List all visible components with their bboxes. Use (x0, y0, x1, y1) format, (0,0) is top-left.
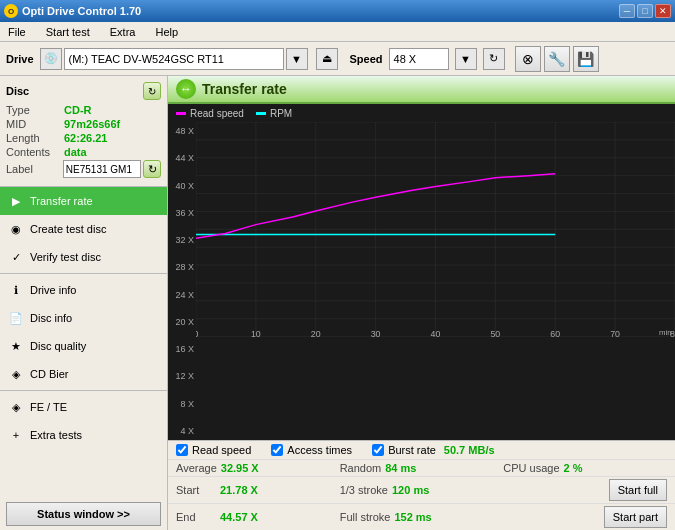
svg-text:20: 20 (311, 329, 321, 337)
erase-button[interactable]: ⊗ (515, 46, 541, 72)
svg-text:50: 50 (490, 329, 500, 337)
svg-text:40: 40 (431, 329, 441, 337)
nav-verify-test-disc-label: Verify test disc (30, 251, 101, 263)
y-label-36: 36 X (168, 208, 196, 218)
random-cell: Random 84 ms (340, 462, 504, 474)
random-value: 84 ms (385, 462, 416, 474)
svg-text:30: 30 (371, 329, 381, 337)
svg-text:0: 0 (196, 329, 199, 337)
mid-label: MID (6, 118, 64, 130)
y-label-16: 16 X (168, 344, 196, 354)
nav-create-test-disc-label: Create test disc (30, 223, 106, 235)
chart-legend: Read speed RPM (168, 104, 675, 122)
nav-disc-quality-label: Disc quality (30, 340, 86, 352)
title-bar: O Opti Drive Control 1.70 ─ □ ✕ (0, 0, 675, 22)
average-cell: Average 32.95 X (176, 462, 340, 474)
access-times-checkbox[interactable] (271, 444, 283, 456)
nav-cd-bier-label: CD Bier (30, 368, 69, 380)
nav-drive-info-label: Drive info (30, 284, 76, 296)
action-button[interactable]: 🔧 (544, 46, 570, 72)
nav-items: ▶ Transfer rate ◉ Create test disc ✓ Ver… (0, 187, 167, 498)
rpm-color (256, 112, 266, 115)
stroke-1-3-value: 120 ms (392, 484, 429, 496)
label-refresh-button[interactable]: ↻ (143, 160, 161, 178)
y-axis: 48 X 44 X 40 X 36 X 32 X 28 X 24 X 20 X … (168, 122, 196, 440)
label-label: Label (6, 163, 63, 175)
y-label-4: 4 X (168, 426, 196, 436)
nav-fe-te[interactable]: ◈ FE / TE (0, 393, 167, 421)
sidebar: Disc ↻ Type CD-R MID 97m26s66f Length 62… (0, 76, 168, 530)
nav-cd-bier[interactable]: ◈ CD Bier (0, 360, 167, 388)
disc-quality-icon: ★ (8, 338, 24, 354)
full-stroke-label: Full stroke (340, 511, 391, 523)
y-label-12: 12 X (168, 371, 196, 381)
menu-help[interactable]: Help (151, 25, 182, 39)
speed-combo[interactable]: 48 X (389, 48, 449, 70)
drive-dropdown-icon[interactable]: ▼ (286, 48, 308, 70)
drive-combo[interactable]: (M:) TEAC DV-W524GSC RT11 (64, 48, 284, 70)
start-value: 21.78 X (220, 484, 258, 496)
transfer-rate-icon: ▶ (8, 193, 24, 209)
transfer-rate-header: ↔ Transfer rate (168, 76, 675, 104)
menu-file[interactable]: File (4, 25, 30, 39)
nav-verify-test-disc[interactable]: ✓ Verify test disc (0, 243, 167, 271)
disc-refresh-button[interactable]: ↻ (143, 82, 161, 100)
type-value: CD-R (64, 104, 92, 116)
length-value: 62:26.21 (64, 132, 107, 144)
disc-title: Disc (6, 85, 29, 97)
app-title: Opti Drive Control 1.70 (22, 5, 141, 17)
svg-text:70: 70 (610, 329, 620, 337)
nav-create-test-disc[interactable]: ◉ Create test disc (0, 215, 167, 243)
minimize-button[interactable]: ─ (619, 4, 635, 18)
cd-bier-icon: ◈ (8, 366, 24, 382)
nav-disc-info-label: Disc info (30, 312, 72, 324)
full-stroke-cell: Full stroke 152 ms (340, 511, 504, 523)
eject-button[interactable]: ⏏ (316, 48, 338, 70)
create-test-disc-icon: ◉ (8, 221, 24, 237)
disc-section: Disc ↻ Type CD-R MID 97m26s66f Length 62… (0, 76, 167, 187)
menu-start-test[interactable]: Start test (42, 25, 94, 39)
nav-extra-tests[interactable]: + Extra tests (0, 421, 167, 449)
drive-label: Drive (6, 53, 34, 65)
y-label-44: 44 X (168, 153, 196, 163)
y-label-8: 8 X (168, 399, 196, 409)
close-button[interactable]: ✕ (655, 4, 671, 18)
refresh-button[interactable]: ↻ (483, 48, 505, 70)
nav-disc-quality[interactable]: ★ Disc quality (0, 332, 167, 360)
maximize-button[interactable]: □ (637, 4, 653, 18)
nav-drive-info[interactable]: ℹ Drive info (0, 276, 167, 304)
contents-label: Contents (6, 146, 64, 158)
drive-selector[interactable]: 💿 (M:) TEAC DV-W524GSC RT11 ▼ (40, 48, 308, 70)
fe-te-icon: ◈ (8, 399, 24, 415)
nav-divider-1 (0, 273, 167, 274)
nav-extra-tests-label: Extra tests (30, 429, 82, 441)
end-label: End (176, 511, 216, 523)
chart-svg: 0 10 20 30 40 50 60 70 80 min (196, 122, 675, 337)
burst-rate-checkbox-item: Burst rate 50.7 MB/s (372, 444, 494, 456)
save-button[interactable]: 💾 (573, 46, 599, 72)
speed-dropdown-icon[interactable]: ▼ (455, 48, 477, 70)
start-full-button[interactable]: Start full (609, 479, 667, 501)
y-label-28: 28 X (168, 262, 196, 272)
y-label-48: 48 X (168, 126, 196, 136)
access-times-checkbox-item: Access times (271, 444, 352, 456)
menu-extra[interactable]: Extra (106, 25, 140, 39)
disc-info-icon: 📄 (8, 310, 24, 326)
y-label-32: 32 X (168, 235, 196, 245)
label-input[interactable]: NE75131 GM1 (63, 160, 142, 178)
app-icon: O (4, 4, 18, 18)
legend-rpm: RPM (256, 108, 292, 119)
nav-disc-info[interactable]: 📄 Disc info (0, 304, 167, 332)
burst-rate-checkbox[interactable] (372, 444, 384, 456)
nav-transfer-rate[interactable]: ▶ Transfer rate (0, 187, 167, 215)
access-times-checkbox-label: Access times (287, 444, 352, 456)
status-window-button[interactable]: Status window >> (6, 502, 161, 526)
cpu-value: 2 % (564, 462, 583, 474)
start-cell: Start 21.78 X (176, 484, 340, 496)
read-speed-checkbox[interactable] (176, 444, 188, 456)
start-part-button[interactable]: Start part (604, 506, 667, 528)
extra-tests-icon: + (8, 427, 24, 443)
average-value: 32.95 X (221, 462, 259, 474)
y-label-24: 24 X (168, 290, 196, 300)
burst-rate-checkbox-label: Burst rate (388, 444, 436, 456)
